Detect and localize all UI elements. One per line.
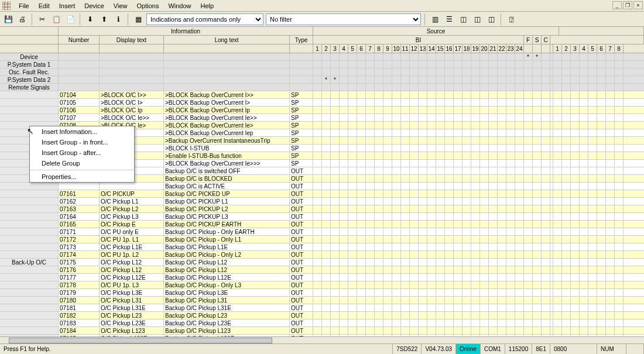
table-row[interactable]: 07181O/C Pickup L31EBackup O/C Pickup L3… (0, 304, 644, 312)
columns-icon[interactable]: ▥ (429, 13, 441, 25)
ctx-insert-information-[interactable]: Insert Information... (30, 126, 134, 137)
table-row[interactable]: 07182O/C Pickup L23Backup O/C Pickup L23… (0, 312, 644, 319)
header-bi-16[interactable]: 16 (445, 44, 454, 53)
table-row[interactable]: 07165O/C Pickup EBackup O/C PICKUP EARTH… (0, 221, 644, 228)
group-row[interactable]: P.System Data 2** (0, 76, 644, 84)
header-dest-6[interactable]: 6 (597, 44, 606, 53)
menu-options[interactable]: Options (132, 1, 164, 11)
save-icon[interactable]: 💾 (2, 13, 14, 25)
table-row[interactable]: 07178O/C PU 1p. L3Backup O/C Pickup - On… (0, 281, 644, 289)
list-icon[interactable]: ☰ (443, 13, 455, 25)
table-row[interactable]: 07174O/C PU 1p. L2Backup O/C Pickup - On… (0, 251, 644, 259)
ctx-properties-[interactable]: Properties... (30, 171, 134, 182)
restore-button[interactable]: ❐ (623, 1, 632, 9)
header-dest-1[interactable]: 1 (553, 44, 562, 53)
group-row[interactable]: Remote Signals (0, 84, 644, 91)
table-row[interactable]: Backup O/C is ACTIVEOUT (0, 183, 644, 190)
help-icon[interactable]: ⍰ (505, 13, 517, 25)
header-bi-18[interactable]: 18 (463, 44, 471, 53)
transfer-to-device-icon[interactable]: ⬇ (84, 13, 96, 25)
table-row[interactable]: 07172O/C PU 1p. L1Backup O/C Pickup - On… (0, 236, 644, 243)
group-row[interactable]: Device** (0, 53, 644, 61)
close-button[interactable]: × (633, 1, 643, 9)
table-row[interactable]: 07164O/C Pickup L3Backup O/C PICKUP L3OU… (0, 213, 644, 221)
group-row[interactable]: Osc. Fault Rec. (0, 68, 644, 76)
filter-select[interactable]: No filter (266, 13, 421, 25)
header-dest-7[interactable]: 7 (606, 44, 615, 53)
info-icon[interactable]: ℹ (112, 13, 124, 25)
table-row[interactable]: 07104>BLOCK O/C I>>>BLOCK Backup OverCur… (0, 91, 644, 99)
header-number[interactable]: Number (59, 36, 100, 44)
header-dest-5[interactable]: 5 (588, 44, 597, 53)
ctx-delete-group[interactable]: Delete Group (30, 158, 134, 169)
header-s[interactable]: S (533, 36, 542, 44)
header-display-text[interactable]: Display text (100, 36, 164, 44)
header-bi-23[interactable]: 23 (506, 44, 515, 53)
table-row[interactable]: 07179O/C Pickup L3EBackup O/C Pickup L3E… (0, 289, 644, 297)
header-bi-2[interactable]: 2 (322, 44, 331, 53)
header-dest-4[interactable]: 4 (580, 44, 588, 53)
ctx-insert-group-in-front-[interactable]: Insert Group - in front... (30, 137, 134, 147)
menu-insert[interactable]: Insert (54, 1, 80, 11)
header-bi-7[interactable]: 7 (366, 44, 375, 53)
header-bi-5[interactable]: 5 (348, 44, 357, 53)
header-bi-14[interactable]: 14 (427, 44, 436, 53)
table-row[interactable]: 07107>BLOCK O/C Ie>>>BLOCK Backup OverCu… (0, 114, 644, 122)
table-row[interactable]: 07173O/C Pickup L1EBackup O/C Pickup L1E… (0, 243, 644, 251)
filter-type-select[interactable]: Indications and commands only (146, 13, 263, 25)
header-bi-17[interactable]: 17 (454, 44, 463, 53)
menu-view[interactable]: View (109, 1, 132, 11)
header-bi-24[interactable]: 24 (515, 44, 524, 53)
icon-c[interactable]: ◫ (485, 13, 497, 25)
header-bi-1[interactable]: 1 (313, 44, 322, 53)
header-type[interactable]: Type (290, 36, 313, 44)
cut-icon[interactable]: ✂ (36, 13, 48, 25)
header-bi-3[interactable]: 3 (331, 44, 340, 53)
table-row[interactable]: 07177O/C Pickup L12EBackup O/C Pickup L1… (0, 274, 644, 281)
menu-window[interactable]: Window (163, 1, 196, 11)
icon-b[interactable]: ◫ (471, 13, 483, 25)
menu-help[interactable]: Help (196, 1, 219, 11)
header-bi-4[interactable]: 4 (340, 44, 348, 53)
table-row[interactable]: 07171O/C PU only EBackup O/C Pickup - On… (0, 228, 644, 236)
header-bi-12[interactable]: 12 (410, 44, 419, 53)
table-row[interactable]: Back-Up O/C07175O/C Pickup L12Backup O/C… (0, 259, 644, 266)
scroll-thumb[interactable] (9, 338, 272, 343)
minimize-button[interactable]: _ (612, 1, 622, 9)
table-row[interactable]: 07183O/C Pickup L23EBackup O/C Pickup L2… (0, 319, 644, 327)
header-dest-3[interactable]: 3 (571, 44, 580, 53)
table-row[interactable]: 07176O/C Pickup L12Backup O/C Pickup L12… (0, 266, 644, 274)
copy-icon[interactable]: 📋 (50, 13, 62, 25)
table-row[interactable]: 07180O/C Pickup L31Backup O/C Pickup L31… (0, 297, 644, 304)
header-long-text[interactable]: Long text (164, 36, 290, 44)
header-bi-15[interactable]: 15 (436, 44, 445, 53)
header-bi-10[interactable]: 10 (392, 44, 401, 53)
header-bi-22[interactable]: 22 (498, 44, 506, 53)
table-row[interactable]: 07106>BLOCK O/C Ip>BLOCK Backup OverCurr… (0, 106, 644, 114)
paste-icon[interactable]: 📄 (64, 13, 76, 25)
table-row[interactable]: 07162O/C Pickup L1Backup O/C PICKUP L1OU… (0, 198, 644, 205)
header-bi-13[interactable]: 13 (419, 44, 427, 53)
header-bi-21[interactable]: 21 (489, 44, 498, 53)
header-bi-20[interactable]: 20 (480, 44, 489, 53)
table-row[interactable]: 07184O/C Pickup L123Backup O/C Pickup L1… (0, 327, 644, 335)
grid-icon[interactable]: ▦ (132, 13, 144, 25)
print-icon[interactable]: 🖨 (16, 13, 28, 25)
transfer-from-device-icon[interactable]: ⬆ (98, 13, 110, 25)
table-row[interactable]: 07163O/C Pickup L2Backup O/C PICKUP L2OU… (0, 205, 644, 213)
menu-edit[interactable]: Edit (34, 1, 54, 11)
header-dest-8[interactable]: 8 (615, 44, 624, 53)
menu-device[interactable]: Device (80, 1, 109, 11)
group-row[interactable]: P.System Data 1 (0, 61, 644, 68)
header-bi-6[interactable]: 6 (357, 44, 366, 53)
horizontal-scrollbar[interactable] (0, 336, 644, 343)
menu-file[interactable]: File (14, 1, 34, 11)
header-bi-9[interactable]: 9 (383, 44, 392, 53)
table-row[interactable]: 07105>BLOCK O/C I>>BLOCK Backup OverCurr… (0, 99, 644, 106)
table-row[interactable]: 07161O/C PICKUPBackup O/C PICKED UPOUT (0, 190, 644, 198)
header-dest-2[interactable]: 2 (562, 44, 571, 53)
header-bi-8[interactable]: 8 (375, 44, 383, 53)
header-bi-19[interactable]: 19 (471, 44, 480, 53)
header-c[interactable]: C (542, 36, 550, 44)
header-f[interactable]: F (524, 36, 533, 44)
